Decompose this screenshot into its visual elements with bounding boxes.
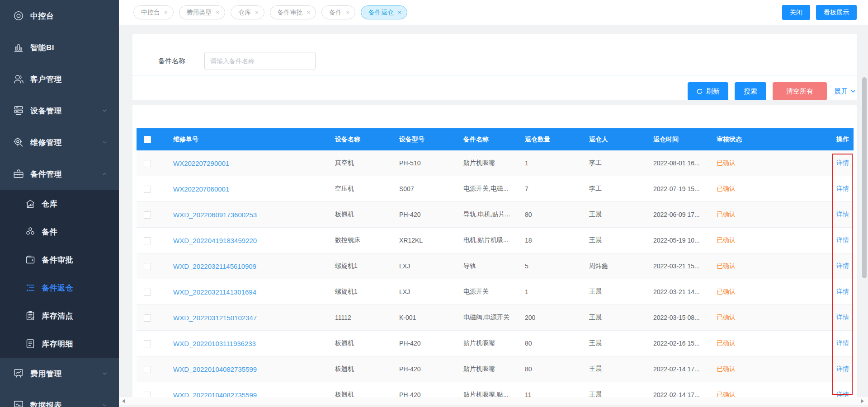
tab-label: 费用类型 — [187, 9, 212, 17]
divider — [132, 75, 857, 75]
row-checkbox[interactable] — [144, 340, 151, 347]
horizontal-scrollbar[interactable] — [119, 397, 868, 405]
detail-link[interactable]: 详情 — [836, 159, 849, 166]
qty-cell: 5 — [519, 253, 583, 279]
tab-close-icon[interactable]: × — [255, 9, 259, 15]
detail-link[interactable]: 详情 — [836, 365, 849, 372]
status-badge: 已确认 — [717, 365, 736, 372]
order-no-link[interactable]: WX202207060001 — [173, 185, 229, 193]
person-cell: 周炜鑫 — [583, 253, 647, 279]
sidebar-item-label: 备件管理 — [30, 169, 62, 179]
time-cell: 2022-07-19 15... — [647, 176, 711, 202]
tab-close-icon[interactable]: × — [398, 9, 401, 15]
detail-link[interactable]: 详情 — [836, 262, 849, 269]
search-button[interactable]: 搜索 — [735, 82, 766, 100]
order-no-link[interactable]: WXD_20220312150102347 — [173, 314, 257, 322]
tab[interactable]: 备件 × — [321, 5, 355, 19]
sidebar-item[interactable]: 客户管理 — [0, 63, 119, 95]
tab[interactable]: 备件审批 × — [270, 5, 316, 19]
tab[interactable]: 备件返仓 × — [361, 5, 407, 19]
device-model-cell: PH-510 — [393, 150, 458, 176]
expand-toggle[interactable]: 展开 — [834, 87, 856, 96]
part-name-cell: 电源开关 — [458, 279, 519, 305]
scroll-left-arrow-icon[interactable] — [122, 399, 125, 403]
time-cell: 2022-02-14 17... — [647, 382, 711, 398]
sidebar-item-label: 智能BI — [30, 42, 54, 53]
scroll-right-arrow-icon[interactable] — [861, 399, 864, 403]
chevron-icon — [101, 139, 108, 146]
order-no-link[interactable]: WXD_20220104082735599 — [173, 391, 257, 398]
row-checkbox[interactable] — [144, 237, 151, 244]
sidebar-item[interactable]: 库存清点 — [0, 302, 119, 330]
detail-link[interactable]: 详情 — [836, 288, 849, 295]
row-checkbox[interactable] — [144, 392, 151, 397]
sidebar-item[interactable]: 库存明细 — [0, 330, 119, 358]
chevron-down-icon — [850, 89, 856, 94]
tab-label: 备件 — [329, 9, 342, 17]
row-checkbox[interactable] — [144, 289, 151, 296]
close-button[interactable]: 关闭 — [782, 5, 810, 20]
detail-link[interactable]: 详情 — [836, 185, 849, 192]
tab-close-icon[interactable]: × — [164, 9, 168, 15]
row-checkbox[interactable] — [144, 160, 151, 167]
device-name-cell: 螺旋机1 — [329, 253, 393, 279]
vertical-scrollbar-thumb[interactable] — [862, 77, 867, 278]
sidebar-item[interactable]: 智能BI — [0, 32, 119, 63]
row-checkbox[interactable] — [144, 263, 151, 270]
order-no-link[interactable]: WXD_20220321141301694 — [173, 288, 256, 296]
actions-row: 刷新 搜索 清空所有 展开 — [688, 82, 856, 100]
qty-cell: 18 — [519, 228, 583, 253]
tab-label: 备件返仓 — [368, 9, 394, 17]
row-checkbox[interactable] — [144, 211, 151, 219]
table-header: 维修单号 设备名称 设备型号 备件名称 返仓数量 返仓人 返仓时间 审核状态 操… — [137, 128, 854, 150]
sidebar-item[interactable]: 备件管理 — [0, 158, 119, 190]
select-all-checkbox[interactable] — [144, 136, 151, 143]
tab[interactable]: 仓库 × — [231, 5, 264, 19]
qty-cell: 7 — [519, 176, 583, 202]
sidebar-item[interactable]: 备件 — [0, 218, 119, 246]
tab-close-icon[interactable]: × — [307, 9, 311, 15]
tab-close-icon[interactable]: × — [216, 9, 220, 15]
sidebar-item[interactable]: 数据报表 — [0, 389, 119, 407]
detail-link[interactable]: 详情 — [836, 313, 849, 321]
tab-bar: 中控台 × 费用类型 × 仓库 × 备件审批 × 备件 × 备件返仓 × — [133, 0, 407, 25]
col-device-name: 设备名称 — [329, 128, 393, 150]
tab[interactable]: 费用类型 × — [179, 5, 226, 19]
part-name-input[interactable] — [204, 52, 316, 70]
clear-all-button[interactable]: 清空所有 — [773, 82, 827, 100]
time-cell: 2022-02-16 15... — [647, 331, 711, 356]
order-no-link[interactable]: WXD_20220419183459220 — [173, 237, 257, 244]
time-cell: 2022-08-01 16... — [647, 150, 711, 176]
sidebar-item[interactable]: 备件返仓 — [0, 274, 119, 302]
sidebar-item[interactable]: 维修管理 — [0, 126, 119, 158]
detail-link[interactable]: 详情 — [836, 211, 849, 218]
table-row: WXD_20220419183459220 数控铣床 XR12KL 电机,贴片机… — [137, 228, 854, 253]
order-no-link[interactable]: WXD_20220103111936233 — [173, 340, 256, 347]
status-badge: 已确认 — [717, 236, 736, 243]
sidebar-item[interactable]: 中控台 — [0, 0, 119, 32]
tab-close-icon[interactable]: × — [346, 9, 349, 15]
refresh-button[interactable]: 刷新 — [688, 82, 728, 100]
order-no-link[interactable]: WX202207290001 — [173, 159, 229, 167]
order-no-link[interactable]: WXD_20220321145610909 — [173, 262, 256, 270]
sidebar-item[interactable]: 备件审批 — [0, 246, 119, 274]
detail-link[interactable]: 详情 — [836, 236, 849, 243]
row-checkbox[interactable] — [144, 186, 151, 193]
board-display-button[interactable]: 看板展示 — [816, 5, 857, 20]
detail-link[interactable]: 详情 — [836, 391, 849, 397]
order-no-link[interactable]: WXD_20220104082735599 — [173, 365, 257, 373]
row-checkbox[interactable] — [144, 314, 151, 322]
row-checkbox[interactable] — [144, 366, 151, 373]
tab[interactable]: 中控台 × — [133, 5, 174, 19]
order-no-link[interactable]: WXD_20220609173600253 — [173, 211, 257, 219]
search-panel: 备件名称 刷新 搜索 清空所有 展开 — [132, 34, 857, 100]
status-badge: 已确认 — [717, 211, 736, 218]
sidebar-item[interactable]: 设备管理 — [0, 95, 119, 126]
sidebar-item-label: 数据报表 — [30, 400, 62, 407]
detail-link[interactable]: 详情 — [836, 339, 849, 346]
sidebar-item-icon — [13, 42, 24, 53]
person-cell: 王晨 — [583, 382, 647, 398]
sidebar-item[interactable]: 费用管理 — [0, 358, 119, 389]
status-badge: 已确认 — [717, 262, 736, 269]
sidebar-item[interactable]: 仓库 — [0, 190, 119, 218]
